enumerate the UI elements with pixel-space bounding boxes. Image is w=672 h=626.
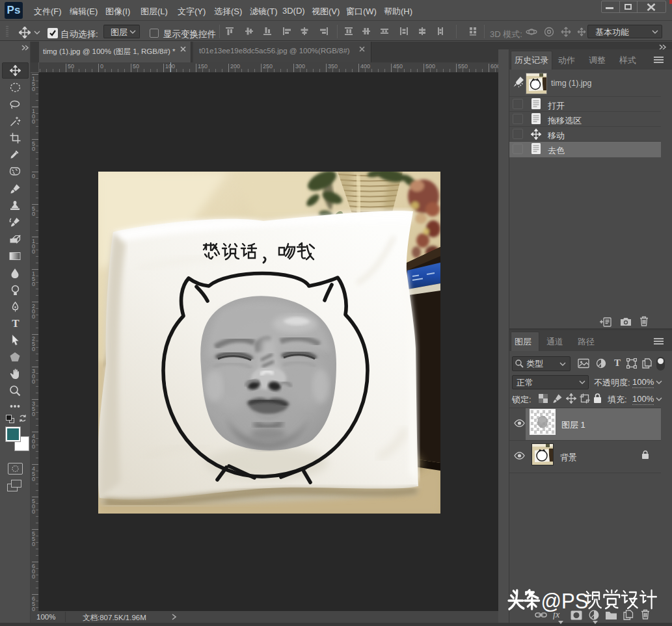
svg-text:@PS: @PS bbox=[541, 589, 588, 614]
